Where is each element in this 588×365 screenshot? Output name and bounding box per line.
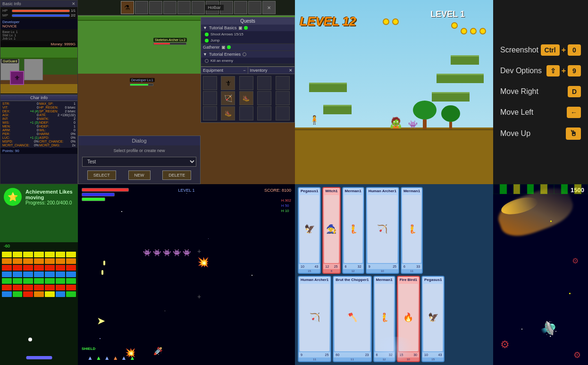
- inv-slot-2[interactable]: [239, 76, 253, 90]
- card-witch[interactable]: Witch 1 🧙 12 25 8: [322, 187, 340, 274]
- tree-top-2: [441, 105, 460, 122]
- quest-enemies-dot: [243, 52, 246, 56]
- inv-slot-11[interactable]: 🥾: [221, 106, 235, 120]
- hotbar-slot-5[interactable]: [177, 1, 191, 14]
- card-fire-bird-cost: 1: [415, 278, 417, 282]
- brick-by1: [45, 291, 55, 297]
- card-pegasus-2-atk: 10: [424, 353, 428, 357]
- rpg-game-area: Hotbar ⚗ ✕ Skeleton-Archer Lv.2: [78, 0, 295, 184]
- card-pegasus-2[interactable]: Pegasus 1 🦅 10 43 15: [421, 276, 445, 363]
- inv-slot-3[interactable]: [257, 76, 271, 90]
- hotbar-close[interactable]: ✕: [262, 1, 276, 14]
- shooter-hud-bars: [82, 188, 129, 202]
- gc-13: [574, 184, 581, 194]
- key-ctrl: Ctrl: [541, 44, 560, 56]
- inv-slot-14[interactable]: [276, 106, 290, 120]
- inv-slot-9[interactable]: [276, 91, 290, 105]
- card-pegasus-1-hp: 43: [315, 265, 319, 268]
- hud-labels-right: H.902 H 50 H 10: [281, 198, 291, 213]
- hotbar-slot-2[interactable]: [135, 1, 148, 14]
- equipment-minus[interactable]: −: [243, 68, 245, 73]
- basic-info-bar: Basic Info ✕: [0, 0, 77, 7]
- brick-g6: [56, 278, 66, 284]
- quest-gatherer-close[interactable]: x: [222, 46, 226, 49]
- shooter-level-text: LEVEL 1: [178, 188, 194, 193]
- hotbar-slot-3[interactable]: [149, 1, 162, 14]
- mp-label: MP: [2, 13, 11, 17]
- brick-bo1: [34, 291, 44, 297]
- inventory-tab[interactable]: Inventory ✕: [248, 67, 295, 74]
- shortcut-dev-keys: ⇧ + 9: [546, 65, 581, 76]
- quest-jump: Jump: [201, 37, 294, 43]
- hotbar-slot-6[interactable]: [192, 1, 205, 14]
- inv-slot-4[interactable]: [276, 76, 290, 90]
- quest-tutorial-name: Tutorial Basics: [209, 25, 237, 30]
- dialog-delete-btn[interactable]: DELETE: [162, 170, 191, 180]
- inv-3: ▲: [104, 355, 110, 361]
- card-brut[interactable]: Brut the Chopper 1 🪓 60 23 11: [333, 276, 371, 363]
- card-human-archer-1[interactable]: Human Archer 1 🏹 9 25 10: [366, 187, 399, 274]
- ball: [28, 338, 32, 341]
- card-merman-2-footer: 11: [402, 269, 422, 273]
- card-pegasus-1-footer: 15: [299, 269, 320, 273]
- card-merman-1[interactable]: Merman 1 🧜 6 32 12: [342, 187, 364, 274]
- inv-slot-10[interactable]: [203, 106, 217, 120]
- inv-slot-8[interactable]: [257, 91, 271, 105]
- shortcut-screenshot: Screenshot Ctrl + 0: [500, 44, 581, 56]
- quest-arrows-text: Shoot Arrows 15/15: [210, 32, 244, 36]
- brick-bg2: [66, 291, 76, 297]
- equipment-tab[interactable]: Equipment −: [201, 67, 248, 74]
- brick-row-7: [2, 291, 76, 297]
- sp-label-text: H 50: [281, 204, 291, 208]
- brick-br1: [23, 291, 33, 297]
- shortcut-move-right-keys: D: [568, 86, 581, 97]
- char-hp-bar-wrap: [130, 84, 153, 86]
- inventory-close[interactable]: ✕: [289, 68, 293, 73]
- hotbar-slot-9[interactable]: [234, 1, 247, 14]
- dialog-profile-select[interactable]: Test: [82, 157, 196, 167]
- hud-sh-row: [82, 197, 129, 201]
- hud-sh-bar: [82, 197, 105, 201]
- card-merman-2[interactable]: Merman 1 🧜 6 33 11: [401, 187, 423, 274]
- star-6: [186, 193, 187, 194]
- gear-icon-2: ⚙: [573, 350, 581, 360]
- platformer-area: LEVEL 12 LEVEL 1 🧍 🧟: [295, 0, 493, 184]
- dialog-select-btn[interactable]: SELECT: [87, 170, 116, 180]
- npc-hp-bar: [154, 43, 170, 44]
- achievement-info: Achievement Likes moving Progress: 200.0…: [25, 189, 74, 205]
- inv-slot-12[interactable]: [239, 106, 253, 120]
- brick-rd: [56, 285, 66, 290]
- card-merman-2-hp: 33: [416, 265, 420, 268]
- dialog-new-btn[interactable]: NEW: [128, 170, 151, 180]
- inv-slot-0[interactable]: [203, 76, 217, 90]
- quest-tutorial-close[interactable]: x: [239, 26, 243, 30]
- hotbar-slot-4[interactable]: [163, 1, 176, 14]
- inv-slot-13[interactable]: [257, 106, 271, 120]
- brick-g7: [66, 278, 76, 284]
- card-brut-stats: 60 23: [334, 352, 370, 357]
- inv-slot-7[interactable]: 🥾: [239, 91, 253, 105]
- card-merman-2-stats: 6 33: [402, 264, 422, 269]
- hotbar-panel: Hotbar ⚗ ✕: [78, 0, 295, 16]
- gc-2: [500, 184, 506, 194]
- card-pegasus-2-stats: 10 43: [422, 352, 444, 357]
- brick-rc: [45, 285, 55, 290]
- card-human-archer-2[interactable]: Human Archer 1 🏹 9 25 11: [298, 276, 331, 363]
- inv-slot-5[interactable]: [203, 91, 217, 105]
- quest-enemies-header: ▼ Tutorial Enemies: [201, 51, 294, 58]
- brick-y2: [13, 252, 23, 257]
- basic-info-close[interactable]: ✕: [72, 1, 76, 6]
- hotbar-slot-10[interactable]: [248, 1, 261, 14]
- brick-r6: [56, 265, 66, 271]
- card-pegasus-2-cost: 1: [440, 278, 442, 282]
- card-pegasus-1[interactable]: Pegasus 1 🦅 10 43 15: [298, 187, 321, 274]
- enemy-2: 👾: [153, 249, 161, 256]
- card-human-archer-1-cost: 1: [394, 189, 396, 193]
- inventory-label: Inventory: [250, 68, 268, 73]
- inv-slot-6[interactable]: 🏹: [221, 91, 235, 105]
- card-fire-bird-name: Fire Bird: [400, 278, 415, 282]
- hotbar-slot-1[interactable]: ⚗: [121, 1, 134, 14]
- inv-slot-1[interactable]: 🗡: [221, 76, 235, 90]
- card-pegasus-1-art: 🦅: [300, 195, 319, 263]
- shortcut-dev-options: Dev Options ⇧ + 9: [500, 65, 581, 76]
